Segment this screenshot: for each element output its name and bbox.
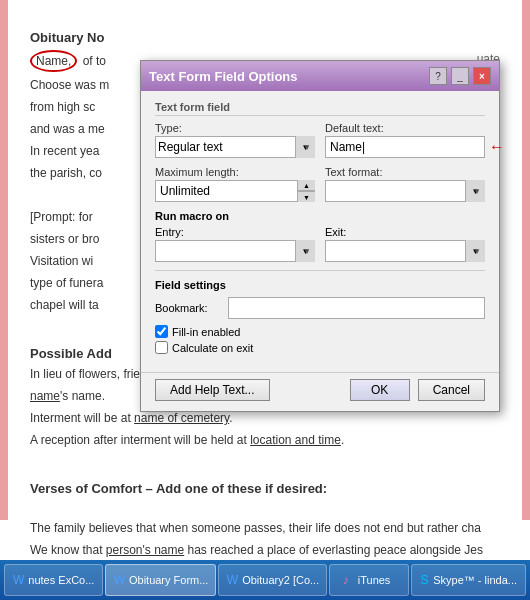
default-text-col: Default text: ←: [325, 122, 485, 158]
text-format-dropdown-arrow[interactable]: ▼: [465, 180, 485, 202]
doc-name-end: 's name.: [60, 389, 105, 403]
name-circle: Name,: [30, 50, 77, 72]
max-length-up-arrow[interactable]: ▲: [297, 180, 315, 191]
doc-reception: A reception after interment will be held…: [30, 431, 500, 449]
field-settings-section: Field settings Bookmark: Fill-in enabled…: [155, 270, 485, 354]
text-format-select[interactable]: [325, 180, 485, 202]
bookmark-label: Bookmark:: [155, 302, 220, 314]
exit-dropdown-arrow[interactable]: ▼: [465, 240, 485, 262]
entry-col: Entry: ▼: [155, 226, 315, 262]
default-text-input[interactable]: [325, 136, 485, 158]
taskbar-word-icon-2: W: [114, 572, 125, 588]
doc-person: We know that person's name has reached a…: [30, 541, 500, 559]
taskbar: W nutes ExCo... W Obituary Form... W Obi…: [0, 560, 530, 600]
taskbar-word-icon-1: W: [13, 572, 24, 588]
doc-name-highlight: name: [30, 389, 60, 403]
max-length-input[interactable]: [155, 180, 315, 202]
taskbar-item-skype[interactable]: S Skype™ - linda...: [411, 564, 526, 596]
entry-dropdown-arrow[interactable]: ▼: [295, 240, 315, 262]
run-macro-label: Run macro on: [155, 210, 485, 222]
doc-heading-obituary: Obituary No: [30, 28, 500, 48]
exit-select-wrapper: ▼: [325, 240, 485, 262]
bookmark-row: Bookmark:: [155, 297, 485, 319]
calculate-checkbox[interactable]: [155, 341, 168, 354]
taskbar-label-obit2: Obituary2 [Co...: [242, 574, 319, 586]
exit-label: Exit:: [325, 226, 485, 238]
dialog-titlebar: Text Form Field Options ? _ ×: [141, 61, 499, 91]
doc-heading-verses: Verses of Comfort – Add one of these if …: [30, 479, 500, 499]
text-format-label: Text format:: [325, 166, 485, 178]
calculate-row: Calculate on exit: [155, 341, 485, 354]
cancel-button[interactable]: Cancel: [418, 379, 485, 401]
maxlen-textformat-row: Maximum length: ▲ ▼ Text format: ▼: [155, 166, 485, 202]
exit-col: Exit: ▼: [325, 226, 485, 262]
taskbar-word-icon-3: W: [227, 572, 238, 588]
type-select-wrapper: Regular text ▼: [155, 136, 315, 158]
entry-select[interactable]: [155, 240, 315, 262]
dialog-minimize-button[interactable]: _: [451, 67, 469, 85]
fill-in-checkbox[interactable]: [155, 325, 168, 338]
entry-select-wrapper: ▼: [155, 240, 315, 262]
dialog-title: Text Form Field Options: [149, 69, 298, 84]
dialog-close-button[interactable]: ×: [473, 67, 491, 85]
dialog-body: Text form field Type: Regular text ▼ Def…: [141, 91, 499, 372]
text-format-select-wrapper: ▼: [325, 180, 485, 202]
max-length-input-wrapper: ▲ ▼: [155, 180, 315, 202]
taskbar-itunes-icon: ♪: [338, 572, 354, 588]
max-length-label: Maximum length:: [155, 166, 315, 178]
ok-button[interactable]: OK: [350, 379, 410, 401]
max-length-down-arrow[interactable]: ▼: [297, 191, 315, 202]
dialog-controls: ? _ ×: [429, 67, 491, 85]
dialog-help-button[interactable]: ?: [429, 67, 447, 85]
bookmark-input[interactable]: [228, 297, 485, 319]
textformat-col: Text format: ▼: [325, 166, 485, 202]
add-help-text-button[interactable]: Add Help Text...: [155, 379, 270, 401]
fill-in-row: Fill-in enabled: [155, 325, 485, 338]
dialog-footer: Add Help Text... OK Cancel: [141, 372, 499, 411]
type-default-row: Type: Regular text ▼ Default text: ←: [155, 122, 485, 158]
calculate-label: Calculate on exit: [172, 342, 253, 354]
maxlen-col: Maximum length: ▲ ▼: [155, 166, 315, 202]
taskbar-item-itunes[interactable]: ♪ iTunes: [329, 564, 409, 596]
entry-label: Entry:: [155, 226, 315, 238]
field-settings-label: Field settings: [155, 279, 485, 291]
taskbar-label-itunes: iTunes: [358, 574, 391, 586]
exit-select[interactable]: [325, 240, 485, 262]
macro-row: Entry: ▼ Exit: ▼: [155, 226, 485, 262]
type-label: Type:: [155, 122, 315, 134]
taskbar-item-obituary2[interactable]: W Obituary2 [Co...: [218, 564, 327, 596]
text-form-field-section: Text form field: [155, 101, 485, 116]
red-arrow-indicator: ←: [489, 138, 505, 156]
doc-person-highlight: person's name: [106, 543, 184, 557]
text-form-field-dialog: Text Form Field Options ? _ × Text form …: [140, 60, 500, 412]
doc-family: The family believes that when someone pa…: [30, 519, 500, 537]
taskbar-label-minutes: nutes ExCo...: [28, 574, 94, 586]
taskbar-label-skype: Skype™ - linda...: [433, 574, 517, 586]
type-select[interactable]: Regular text: [155, 136, 315, 158]
default-text-label: Default text:: [325, 122, 485, 134]
doc-cemetery: name of cemetery: [134, 411, 229, 425]
type-col: Type: Regular text ▼: [155, 122, 315, 158]
taskbar-label-form: Obituary Form...: [129, 574, 208, 586]
type-dropdown-arrow[interactable]: ▼: [295, 136, 315, 158]
fill-in-label: Fill-in enabled: [172, 326, 240, 338]
taskbar-item-minutes[interactable]: W nutes ExCo...: [4, 564, 103, 596]
taskbar-item-form[interactable]: W Obituary Form...: [105, 564, 216, 596]
taskbar-skype-icon: S: [420, 572, 429, 588]
doc-location: location and time: [250, 433, 341, 447]
